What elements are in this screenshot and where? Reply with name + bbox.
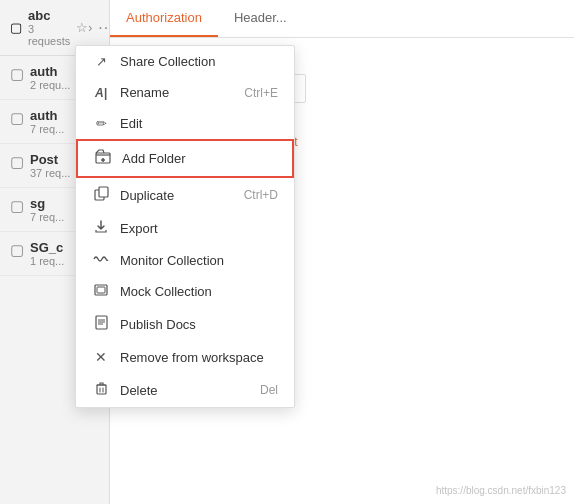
folder-icon: ▢ xyxy=(10,65,24,83)
collection-requests: 3 requests xyxy=(28,23,70,47)
menu-label-delete: Delete xyxy=(120,383,250,398)
star-icon[interactable]: ☆ xyxy=(76,20,88,35)
item-name: Post xyxy=(30,152,70,167)
menu-item-remove[interactable]: ✕ Remove from workspace xyxy=(76,341,294,373)
item-count: 7 req... xyxy=(30,211,64,223)
folder-icon: ▢ xyxy=(10,241,24,259)
menu-label-remove: Remove from workspace xyxy=(120,350,278,365)
folder-icon: ▢ xyxy=(10,109,24,127)
menu-item-publish[interactable]: Publish Docs xyxy=(76,307,294,341)
menu-item-duplicate[interactable]: Duplicate Ctrl+D xyxy=(76,178,294,212)
menu-item-monitor[interactable]: Monitor Collection xyxy=(76,245,294,276)
shortcut-rename: Ctrl+E xyxy=(244,86,278,100)
tab-authorization[interactable]: Authorization xyxy=(110,0,218,37)
menu-item-edit[interactable]: ✏ Edit xyxy=(76,108,294,139)
svg-rect-2 xyxy=(99,187,108,197)
item-count: 7 req... xyxy=(30,123,64,135)
menu-label-edit: Edit xyxy=(120,116,278,131)
menu-label-share: Share Collection xyxy=(120,54,278,69)
item-name: auth xyxy=(30,108,64,123)
menu-label-add-folder: Add Folder xyxy=(122,151,276,166)
tab-headers[interactable]: Header... xyxy=(218,0,303,37)
item-name: SG_c xyxy=(30,240,64,255)
menu-item-add-folder[interactable]: Add Folder xyxy=(76,139,294,178)
watermark: https://blog.csdn.net/fxbin123 xyxy=(436,485,566,496)
duplicate-icon xyxy=(92,186,110,204)
folder-icon: ▢ xyxy=(10,153,24,171)
shortcut-duplicate: Ctrl+D xyxy=(244,188,278,202)
export-icon xyxy=(92,220,110,237)
menu-label-monitor: Monitor Collection xyxy=(120,253,278,268)
shortcut-delete: Del xyxy=(260,383,278,397)
collection-header-left: ▢ abc 3 requests ☆ xyxy=(10,8,88,47)
menu-item-rename[interactable]: A| Rename Ctrl+E xyxy=(76,77,294,108)
chevron-right-icon[interactable]: › xyxy=(88,21,92,35)
menu-item-delete[interactable]: Delete Del xyxy=(76,373,294,407)
menu-item-mock[interactable]: Mock Collection xyxy=(76,276,294,307)
menu-label-publish: Publish Docs xyxy=(120,317,278,332)
menu-label-duplicate: Duplicate xyxy=(120,188,234,203)
menu-label-mock: Mock Collection xyxy=(120,284,278,299)
collection-title: abc xyxy=(28,8,70,23)
folder-icon: ▢ xyxy=(10,197,24,215)
menu-label-rename: Rename xyxy=(120,85,234,100)
more-options-icon[interactable]: ··· xyxy=(98,19,110,37)
add-folder-icon xyxy=(94,149,112,168)
share-icon: ↗ xyxy=(92,54,110,69)
item-name: sg xyxy=(30,196,64,211)
item-name: auth xyxy=(30,64,70,79)
folder-icon: ▢ xyxy=(10,20,22,35)
mock-icon xyxy=(92,284,110,299)
context-menu: ↗ Share Collection A| Rename Ctrl+E ✏ Ed… xyxy=(75,45,295,408)
menu-item-share[interactable]: ↗ Share Collection xyxy=(76,46,294,77)
menu-label-export: Export xyxy=(120,221,278,236)
remove-icon: ✕ xyxy=(92,349,110,365)
rename-icon: A| xyxy=(92,86,110,100)
svg-rect-4 xyxy=(97,287,105,293)
item-count: 37 req... xyxy=(30,167,70,179)
menu-item-export[interactable]: Export xyxy=(76,212,294,245)
svg-rect-6 xyxy=(97,385,106,394)
item-count: 1 req... xyxy=(30,255,64,267)
delete-icon xyxy=(92,381,110,399)
context-menu-overlay: ↗ Share Collection A| Rename Ctrl+E ✏ Ed… xyxy=(75,45,295,408)
monitor-icon xyxy=(92,253,110,268)
collection-info: abc 3 requests xyxy=(28,8,70,47)
publish-icon xyxy=(92,315,110,333)
edit-icon: ✏ xyxy=(92,116,110,131)
item-count: 2 requ... xyxy=(30,79,70,91)
tabs-bar: Authorization Header... xyxy=(110,0,574,38)
